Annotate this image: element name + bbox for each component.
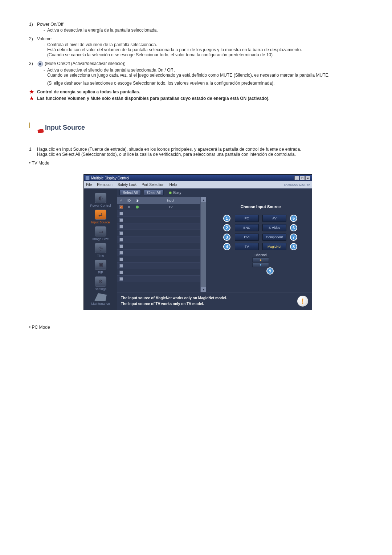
brand-logo: SAMSUNG DIGITall [284,183,310,186]
clear-all-button[interactable]: Clear All [144,190,164,195]
callout-3: 3 [223,234,230,241]
row-checkbox[interactable] [119,212,123,215]
row-checkbox[interactable] [119,218,123,222]
mdc-window: Multiple Display Control _ □ × File Remo… [83,174,312,310]
power-icon: ◐ [95,193,106,203]
mute-icon [37,61,44,67]
star-icon: ★ [29,89,37,94]
item-2-line-1: Controla el nivel de volumen de la panta… [47,42,367,47]
sidebar-item-image[interactable]: ▭Image Size [84,226,117,241]
toolbar: Select All Clear All Busy [117,189,312,197]
row-0-checkbox[interactable] [119,205,123,209]
grid-row-9[interactable] [117,263,200,269]
maintenance-icon [94,293,107,301]
row-checkbox[interactable] [119,225,123,228]
grid-row-2[interactable] [117,217,200,223]
settings-icon: ⚙ [95,276,106,287]
status-line-2: The Input source of TV works only on TV … [121,301,294,307]
sidebar-item-settings[interactable]: ⚙Settings [84,276,117,291]
grid-row-5[interactable] [117,236,200,243]
menu-port[interactable]: Port Selection [142,183,164,187]
callout-8: 8 [290,243,297,250]
grid-row-8[interactable] [117,256,200,263]
channel-down-button[interactable]: ▼ [252,263,269,267]
select-all-button[interactable]: Select All [119,190,141,195]
row-checkbox[interactable] [119,264,123,268]
busy-indicator: Busy [169,191,181,195]
grid-header-check[interactable]: ✓ [117,197,125,204]
numbered-list: 1) Power On/Off -Activa o desactiva la e… [29,22,367,86]
plain-index-1: 1. [29,147,37,157]
grid-header-status-icon: ◑ [133,197,141,204]
status-bar: The Input source of MagicNet works only … [117,292,312,310]
row-0-id: 0 [125,204,133,210]
input-dvi-button[interactable]: DVI [235,234,259,241]
close-button[interactable]: × [305,176,310,180]
sidebar-item-time[interactable]: ◷Time [84,243,117,258]
menu-file[interactable]: File [86,183,92,187]
sidebar: ◐Power Control ⇄Input Source ▭Image Size… [84,189,117,310]
input-component-button[interactable]: Component [262,234,286,241]
alert-icon: ! [297,296,308,307]
sidebar-item-power[interactable]: ◐Power Control [84,193,117,207]
maximize-button[interactable]: □ [300,176,305,180]
grid-scrollbar[interactable]: ▴ ▾ [201,197,206,292]
titlebar-icon [85,176,90,180]
item-2-line-2: Está definido con el valor del volumen d… [47,47,367,52]
item-title-power: Power On/Off [37,22,367,27]
sidebar-item-pip[interactable]: ▣PIP [84,260,117,274]
star-note-2: ★ Las funciones Volumen y Mute sólo está… [29,96,367,101]
plain-1-b: Haga clic en Select All (Seleccionar tod… [37,152,367,157]
row-checkbox[interactable] [119,258,123,261]
time-icon: ◷ [95,243,106,253]
sidebar-item-maintenance[interactable]: Maintenance [84,293,117,305]
input-magicnet-button[interactable]: MagicNet [262,243,286,250]
row-checkbox[interactable] [119,251,123,255]
menu-safety[interactable]: Safety Lock [118,183,136,187]
callout-5: 5 [290,215,297,222]
window-titlebar[interactable]: Multiple Display Control _ □ × [84,175,312,181]
grid-row-7[interactable] [117,250,200,256]
row-0-status-icon [136,206,139,208]
callout-6: 6 [290,224,297,231]
row-checkbox[interactable] [119,244,123,248]
callout-7: 7 [290,234,297,241]
star-note-1: ★ Control de energía se aplica a todas l… [29,89,367,94]
star-icon: ★ [29,96,37,101]
menu-help[interactable]: Help [169,183,177,187]
screenshot-wrapper: Multiple Display Control _ □ × File Remo… [29,174,367,310]
scroll-down-icon[interactable]: ▾ [201,287,206,292]
grid-header-input: Input [141,197,200,204]
input-bnc-button[interactable]: BNC [235,224,259,231]
grid-row-6[interactable] [117,243,200,250]
channel-block: Channel ▲ ▼ 9 [213,253,308,275]
input-tv-button[interactable]: TV [235,243,259,250]
grid-row-10[interactable] [117,269,200,276]
grid-row-3[interactable] [117,223,200,230]
callout-2: 2 [223,224,230,231]
item-index-2: 2) [29,36,37,57]
item-1-line-1: Activa o desactiva la energía de la pant… [47,28,367,33]
row-0-input: TV [141,204,200,210]
row-checkbox[interactable] [119,277,123,281]
row-checkbox[interactable] [119,231,123,235]
sidebar-item-input[interactable]: ⇄Input Source [84,210,117,224]
channel-up-button[interactable]: ▲ [252,258,269,262]
channel-label: Channel [213,253,308,257]
grid-row-0[interactable]: 0 TV [117,204,200,210]
minimize-button[interactable]: _ [294,176,299,180]
callout-4: 4 [223,243,230,250]
scroll-up-icon[interactable]: ▴ [201,197,206,202]
grid-row-4[interactable] [117,230,200,236]
row-checkbox[interactable] [119,271,123,274]
input-pc-button[interactable]: PC [235,215,259,222]
row-checkbox[interactable] [119,238,123,242]
content: 1) Power On/Off -Activa o desactiva la e… [29,22,367,330]
input-svideo-button[interactable]: S-Video [262,224,286,231]
grid-row-1[interactable] [117,210,200,217]
input-av-button[interactable]: AV [262,215,286,222]
item-2-line-3: (Cuando se cancela la selección o se esc… [47,52,367,57]
display-grid: ✓ ID ◑ Input 0 TV [117,197,201,292]
menu-remocon[interactable]: Remocon [97,183,113,187]
grid-row-11[interactable] [117,276,200,282]
